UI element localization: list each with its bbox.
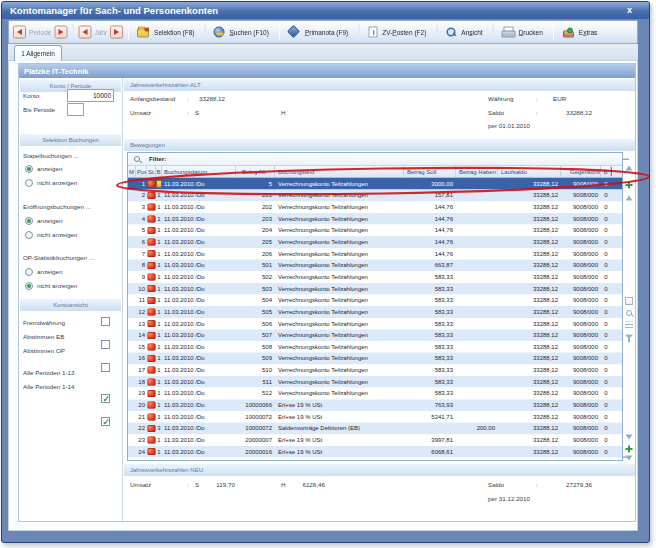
printer-icon (502, 27, 514, 38)
list-button[interactable] (624, 320, 634, 330)
radio-option[interactable]: anzeigen (25, 216, 62, 226)
close-button[interactable]: x (627, 2, 632, 18)
periode-next-button[interactable] (54, 26, 67, 39)
scroll-down-button[interactable] (624, 432, 634, 442)
col-header-betrag-soll[interactable]: Betrag Soll (404, 166, 456, 177)
title-bar: Kontomanager für Sach- und Personenkonte… (2, 2, 649, 19)
table-row[interactable]: 5 1 11.03.2010 /Do 204 Verrechnungskonto… (128, 225, 622, 237)
radio-icon[interactable] (25, 231, 33, 239)
table-row[interactable]: 11 1 11.03.2010 /Do 504 Verrechnungskont… (128, 294, 622, 306)
ansicht-button[interactable]: Ansicht (441, 22, 488, 42)
col-header-buchungstext[interactable]: Buchungstext (275, 166, 404, 177)
table-row[interactable]: 24 1 11.03.2010 /Do 20000016 Erl+se 19 %… (128, 446, 622, 458)
radio-option[interactable]: nicht anzeigen (25, 281, 77, 291)
table-row[interactable]: 18 1 11.03.2010 /Do 511 Verrechnungskont… (128, 376, 622, 388)
column-chooser-button[interactable] (611, 166, 622, 177)
saldo-alt-label: Saldo (488, 108, 504, 118)
table-row[interactable]: 19 1 11.03.2010 /Do 512 Verrechnungskont… (128, 388, 622, 400)
screen: Kontomanager für Sach- und Personenkonte… (0, 0, 656, 548)
col-header-pos[interactable]: Pos.▾ (136, 166, 147, 177)
col-header-laufsaldo[interactable]: Laufsaldo (498, 166, 561, 177)
alle-perioden-14-checkbox[interactable] (101, 417, 110, 426)
search-icon (214, 27, 225, 38)
abstimmen-eb-checkbox[interactable] (101, 340, 110, 349)
waehrung-label: Währung (488, 94, 513, 104)
selektion-button[interactable]: Selektion (F8) (133, 22, 200, 42)
filter-button[interactable] (624, 332, 634, 342)
scroll-bottom-button[interactable] (624, 453, 634, 463)
booking-stamp-icon (148, 448, 156, 455)
fremdwaehrung-checkbox[interactable] (101, 317, 110, 326)
col-header-gegenkonto[interactable]: Gegenkonto (561, 166, 601, 177)
saldo-neu-label: Saldo (488, 480, 504, 490)
booking-stamp-icon (148, 239, 156, 246)
booking-stamp-icon (148, 437, 156, 444)
scroll-top-button[interactable] (624, 163, 634, 173)
radio-option[interactable]: anzeigen (25, 164, 62, 174)
table-row[interactable]: 4 1 11.03.2010 /Do 203 Verrechnungskonto… (128, 213, 622, 225)
bis-periode-input[interactable] (67, 103, 84, 116)
col-header-beleg-nr[interactable]: Beleg-Nr. (236, 166, 275, 177)
col-header-buchungsdatum[interactable]: Buchungsdatum (162, 166, 236, 177)
table-row[interactable]: 10 1 11.03.2010 /Do 503 Verrechnungskont… (128, 283, 622, 295)
alle-perioden-13-checkbox[interactable] (101, 394, 110, 403)
table-row[interactable]: 2 1 11.03.2010 /Do 201 Verrechnungskonto… (128, 190, 622, 202)
booking-stamp-icon (148, 297, 156, 304)
panel-divider (122, 78, 123, 521)
radio-icon[interactable] (25, 179, 33, 187)
radio-icon[interactable] (25, 217, 33, 225)
zoom-button[interactable] (624, 308, 634, 318)
radio-icon[interactable] (25, 268, 33, 276)
table-row[interactable]: 12 1 11.03.2010 /Do 505 Verrechnungskont… (128, 306, 622, 318)
grid-filter-row[interactable]: Filter: (128, 153, 622, 166)
table-row[interactable]: 16 1 11.03.2010 /Do 509 Verrechnungskont… (128, 353, 622, 365)
col-header-betrag-haben[interactable]: Betrag Haben (456, 166, 498, 177)
booking-stamp-icon (148, 285, 156, 292)
extras-button[interactable]: Extras (558, 22, 603, 42)
col-header-m[interactable]: M (128, 166, 136, 177)
scroll-up-button[interactable] (624, 193, 634, 203)
table-row[interactable]: 20 1 11.03.2010 /Do 10000066 Erl+se 19 %… (128, 399, 622, 411)
table-row[interactable]: 6 1 11.03.2010 /Do 205 Verrechnungskonto… (128, 236, 622, 248)
table-row[interactable]: 8 1 11.03.2010 /Do 501 Verrechnungskonto… (128, 260, 622, 272)
konto-input[interactable]: 10000 (67, 89, 114, 102)
table-row[interactable]: 13 1 11.03.2010 /Do 506 Verrechnungskont… (128, 318, 622, 330)
radio-option[interactable]: anzeigen (25, 267, 62, 277)
add-row-button[interactable] (624, 180, 634, 190)
abstimmen-op-checkbox[interactable] (101, 363, 110, 372)
table-row[interactable]: 3 1 11.03.2010 /Do 202 Verrechnungskonto… (128, 201, 622, 213)
col-header-st[interactable]: St. (147, 166, 156, 177)
tab-allgemein[interactable]: 1 Allgemein (14, 45, 62, 61)
table-row[interactable]: 23 1 11.03.2010 /Do 20000007 Erl+se 19 %… (128, 434, 622, 446)
table-row[interactable]: 22 3 11.03.2010 /Do 10000072 Saldenvortr… (128, 423, 622, 435)
primanota-icon (288, 26, 300, 38)
table-row[interactable]: 7 1 11.03.2010 /Do 206 Verrechnungskonto… (128, 248, 622, 260)
main-toolbar: Periode Jahr Selektion (F8) Suchen (F10)… (8, 20, 638, 44)
primanota-button[interactable]: Primanota (F9) (284, 22, 354, 42)
drucken-button[interactable]: Drucken (498, 22, 549, 42)
toolbar-separator (553, 24, 554, 41)
table-row[interactable]: 21 1 11.03.2010 /Do 10000072 Erl+se 19 %… (128, 411, 622, 423)
umsatz-alt-label: Umsatz (130, 108, 151, 118)
grid-view-button[interactable] (624, 296, 634, 306)
table-row[interactable]: 1 11.03.2010 /Do 5 Verrechnungskonto Tei… (128, 178, 622, 190)
suchen-button[interactable]: Suchen (F10) (210, 22, 275, 42)
col-header-b2[interactable]: B (601, 166, 611, 177)
jahr-next-button[interactable] (110, 26, 123, 39)
table-row[interactable]: 15 1 11.03.2010 /Do 508 Verrechnungskont… (128, 341, 622, 353)
radio-option[interactable]: nicht anzeigen (25, 178, 77, 188)
zv-posten-button[interactable]: ZV-Posten (F2) (363, 22, 432, 42)
booking-stamp-icon (148, 367, 156, 374)
periode-prev-button[interactable] (13, 26, 26, 39)
jahr-prev-button[interactable] (78, 26, 91, 39)
radio-icon[interactable] (25, 165, 33, 173)
tab-strip (8, 44, 638, 60)
table-row[interactable]: 14 1 11.03.2010 /Do 507 Verrechnungskont… (128, 329, 622, 341)
radio-option[interactable]: nicht anzeigen (25, 230, 77, 240)
toolbar-separator (493, 24, 494, 41)
radio-icon[interactable] (25, 282, 33, 290)
booking-stamp-icon (148, 204, 156, 211)
arrow-right-icon (58, 29, 63, 35)
table-row[interactable]: 17 1 11.03.2010 /Do 510 Verrechnungskont… (128, 364, 622, 376)
table-row[interactable]: 9 1 11.03.2010 /Do 502 Verrechnungskonto… (128, 271, 622, 283)
